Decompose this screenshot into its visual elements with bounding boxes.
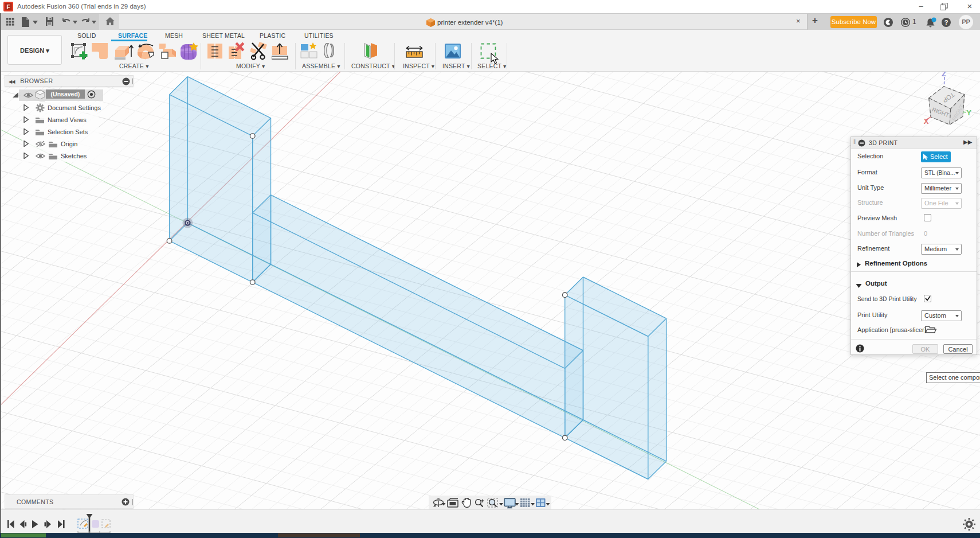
svg-text:Z: Z: [942, 72, 946, 78]
svg-text:F: F: [6, 4, 10, 10]
svg-text:Y: Y: [966, 108, 971, 117]
svg-text:?: ?: [944, 19, 948, 26]
svg-text:X: X: [924, 117, 929, 126]
